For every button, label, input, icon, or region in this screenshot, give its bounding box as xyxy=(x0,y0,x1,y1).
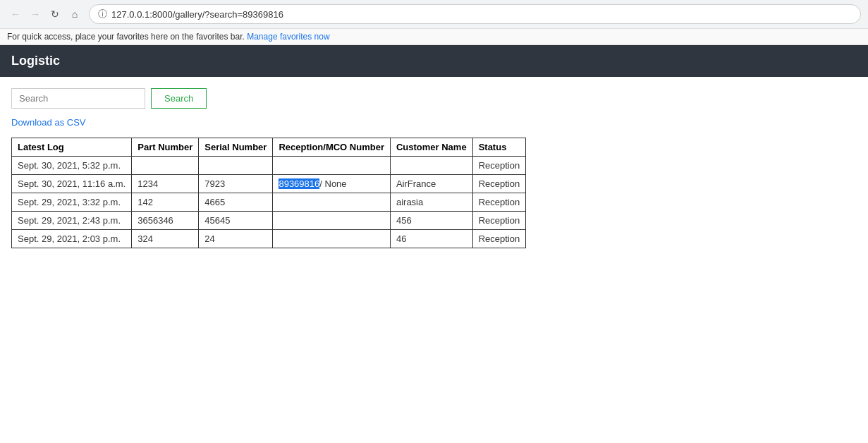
nav-buttons: ← → ↻ ⌂ xyxy=(7,6,83,23)
url-text: 127.0.0.1:8000/gallery/?search=89369816 xyxy=(111,9,283,20)
cell-latest-log: Sept. 29, 2021, 3:32 p.m. xyxy=(12,193,132,212)
cell-reception-mco xyxy=(273,193,391,212)
cell-latest-log: Sept. 29, 2021, 2:03 p.m. xyxy=(12,230,132,248)
cell-part-number: 324 xyxy=(132,230,199,248)
browser-chrome: ← → ↻ ⌂ ⓘ 127.0.0.1:8000/gallery/?search… xyxy=(0,0,868,29)
download-csv-link[interactable]: Download as CSV xyxy=(11,117,857,128)
main-content: Search Download as CSV Latest Log Part N… xyxy=(0,77,868,260)
cell-part-number: 3656346 xyxy=(132,212,199,230)
cell-status: Reception xyxy=(472,157,526,175)
forward-button[interactable]: → xyxy=(27,6,44,23)
search-section: Search xyxy=(11,88,857,109)
table-row: Sept. 29, 2021, 2:43 p.m.365634645645456… xyxy=(12,212,526,230)
reception-mco-rest: / None xyxy=(319,178,346,189)
cell-serial-number: 24 xyxy=(199,230,273,248)
cell-part-number xyxy=(132,157,199,175)
col-header-latest-log: Latest Log xyxy=(12,138,132,157)
table-header-row: Latest Log Part Number Serial Number Rec… xyxy=(12,138,526,157)
cell-customer-name: 456 xyxy=(390,212,472,230)
app-header: Logistic xyxy=(0,45,868,77)
home-button[interactable]: ⌂ xyxy=(66,6,83,23)
cell-reception-mco xyxy=(273,212,391,230)
col-header-status: Status xyxy=(472,138,526,157)
table-row: Sept. 29, 2021, 2:03 p.m.3242446Receptio… xyxy=(12,230,526,248)
col-header-serial-number: Serial Number xyxy=(199,138,273,157)
cell-customer-name: airasia xyxy=(390,193,472,212)
table-row: Sept. 30, 2021, 5:32 p.m.Reception xyxy=(12,157,526,175)
cell-status: Reception xyxy=(472,193,526,212)
app-title: Logistic xyxy=(11,54,60,68)
favorites-bar: For quick access, place your favorites h… xyxy=(0,29,868,45)
favorites-text: For quick access, place your favorites h… xyxy=(7,32,245,42)
cell-part-number: 142 xyxy=(132,193,199,212)
cell-customer-name: 46 xyxy=(390,230,472,248)
address-bar[interactable]: ⓘ 127.0.0.1:8000/gallery/?search=8936981… xyxy=(89,4,861,24)
refresh-button[interactable]: ↻ xyxy=(47,6,63,23)
cell-serial-number: 7923 xyxy=(199,175,273,193)
cell-customer-name: AirFrance xyxy=(390,175,472,193)
search-input[interactable] xyxy=(11,88,145,109)
data-table: Latest Log Part Number Serial Number Rec… xyxy=(11,138,526,248)
search-button[interactable]: Search xyxy=(151,88,207,109)
cell-latest-log: Sept. 30, 2021, 5:32 p.m. xyxy=(12,157,132,175)
cell-status: Reception xyxy=(472,175,526,193)
cell-customer-name xyxy=(390,157,472,175)
cell-reception-mco xyxy=(273,157,391,175)
cell-status: Reception xyxy=(472,212,526,230)
back-button[interactable]: ← xyxy=(7,6,24,23)
cell-serial-number: 45645 xyxy=(199,212,273,230)
cell-status: Reception xyxy=(472,230,526,248)
col-header-customer-name: Customer Name xyxy=(390,138,472,157)
cell-reception-mco: 89369816/ None xyxy=(273,175,391,193)
cell-latest-log: Sept. 29, 2021, 2:43 p.m. xyxy=(12,212,132,230)
col-header-reception-mco: Reception/MCO Number xyxy=(273,138,391,157)
table-row: Sept. 30, 2021, 11:16 a.m.12347923893698… xyxy=(12,175,526,193)
info-icon: ⓘ xyxy=(98,8,107,20)
manage-favorites-link[interactable]: Manage favorites now xyxy=(247,32,329,42)
table-row: Sept. 29, 2021, 3:32 p.m.1424665airasiaR… xyxy=(12,193,526,212)
cell-serial-number xyxy=(199,157,273,175)
cell-reception-mco xyxy=(273,230,391,248)
col-header-part-number: Part Number xyxy=(132,138,199,157)
cell-latest-log: Sept. 30, 2021, 11:16 a.m. xyxy=(12,175,132,193)
highlighted-search-term: 89369816 xyxy=(279,178,319,189)
cell-serial-number: 4665 xyxy=(199,193,273,212)
cell-part-number: 1234 xyxy=(132,175,199,193)
